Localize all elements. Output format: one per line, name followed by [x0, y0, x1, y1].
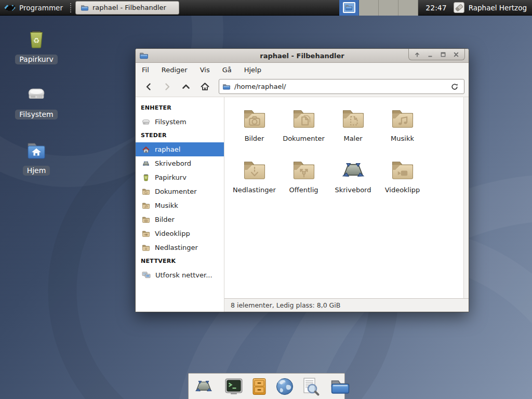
- menu-bar: Fil Rediger Vis Gå Hjelp: [136, 63, 469, 76]
- file-list: Bilder Dokumenter Maler Musikk: [224, 97, 469, 298]
- dock: [188, 373, 345, 399]
- minimize-button[interactable]: [425, 50, 435, 59]
- path-text[interactable]: /home/raphael/: [234, 83, 445, 90]
- file-skrivebord[interactable]: Skrivebord: [328, 157, 378, 208]
- folder-music-icon: [389, 105, 416, 132]
- sidebar-item-bilder[interactable]: Bilder: [136, 212, 224, 227]
- path-folder-icon: [222, 83, 231, 91]
- status-text: 8 ielementer, Ledig plass: 8,0 GiB: [231, 301, 340, 309]
- harddrive-icon: [142, 118, 150, 126]
- desktop-icon-label: Papirkurv: [15, 55, 58, 64]
- folder-documents-icon: [142, 188, 150, 196]
- sidebar-item-musikk[interactable]: Musikk: [136, 198, 224, 212]
- file-cabinet-icon: [249, 376, 270, 397]
- web-browser-icon: [274, 376, 295, 397]
- shade-button[interactable]: [412, 50, 422, 59]
- file-videoklipp[interactable]: Videoklipp: [378, 157, 427, 208]
- home-icon: [142, 145, 150, 154]
- menu-ga[interactable]: Gå: [222, 66, 232, 74]
- sidebar-item-papirkurv[interactable]: Papirkurv: [136, 170, 224, 184]
- sidebar-item-nedlastinger[interactable]: Nedlastinger: [136, 241, 224, 255]
- status-bar: 8 ielementer, Ledig plass: 8,0 GiB: [224, 298, 469, 312]
- file-manager-icon: [330, 376, 351, 397]
- file-offentlig[interactable]: Offentlig: [279, 157, 328, 208]
- clock[interactable]: 22:47: [425, 4, 446, 12]
- dock-file-cabinet-button[interactable]: [249, 376, 270, 397]
- sidebar-item-videoklipp[interactable]: Videoklipp: [136, 227, 224, 241]
- menu-fil[interactable]: Fil: [142, 66, 149, 74]
- desktop: Programmer raphael - Filbehandler 22:47 …: [0, 0, 532, 399]
- file-dokumenter[interactable]: Dokumenter: [279, 105, 328, 157]
- toolbar: /home/raphael/: [136, 76, 469, 97]
- folder-downloads-icon: [142, 244, 150, 252]
- home-button[interactable]: [196, 79, 214, 95]
- workspace-1[interactable]: [339, 0, 359, 16]
- desktop-icon-hjem[interactable]: Hjem: [11, 138, 61, 176]
- applications-menu[interactable]: Programmer: [0, 0, 68, 16]
- applications-menu-label: Programmer: [19, 4, 63, 12]
- kali-logo-icon: [4, 2, 16, 14]
- workspace-3[interactable]: [379, 0, 398, 16]
- close-button[interactable]: [451, 50, 461, 59]
- sidebar-item-skrivebord[interactable]: Skrivebord: [136, 156, 224, 170]
- folder-videos-icon: [389, 157, 416, 184]
- folder-documents-icon: [290, 105, 317, 132]
- file-bilder[interactable]: Bilder: [230, 105, 279, 157]
- dock-web-browser-button[interactable]: [274, 376, 295, 397]
- dock-search-button[interactable]: [300, 376, 321, 397]
- folder-public-icon: [290, 157, 317, 184]
- forward-button[interactable]: [158, 79, 176, 95]
- dock-show-desktop-button[interactable]: [193, 376, 214, 397]
- folder-images-icon: [142, 216, 150, 224]
- workspace-2[interactable]: [359, 0, 379, 16]
- sidebar-item-nettverk[interactable]: Utforsk nettver...: [136, 268, 224, 282]
- file-pane: Bilder Dokumenter Maler Musikk: [224, 97, 469, 312]
- desktop-icon-papirkurv[interactable]: Papirkurv: [11, 27, 61, 64]
- reload-button[interactable]: [448, 81, 461, 93]
- search-icon: [300, 376, 321, 397]
- folder-images-icon: [241, 105, 268, 132]
- file-musikk[interactable]: Musikk: [378, 105, 427, 157]
- sidebar-header-steder: STEDER: [136, 129, 224, 142]
- file-maler[interactable]: Maler: [328, 105, 378, 157]
- file-manager-window: raphael - Filbehandler Fil Rediger Vis: [135, 48, 469, 312]
- menu-rediger[interactable]: Rediger: [162, 66, 188, 74]
- workspace-4[interactable]: [398, 0, 418, 16]
- top-panel: Programmer raphael - Filbehandler 22:47 …: [0, 0, 532, 16]
- menu-vis[interactable]: Vis: [200, 66, 210, 74]
- window-content: ENHETER Filsystem STEDER raphael Skriveb…: [136, 97, 469, 312]
- dock-file-manager-button[interactable]: [330, 376, 351, 397]
- up-button[interactable]: [177, 79, 195, 95]
- maximize-button[interactable]: [438, 50, 448, 59]
- terminal-icon: [223, 376, 244, 397]
- folder-downloads-icon: [241, 157, 268, 184]
- trash-icon: [23, 27, 49, 52]
- dock-terminal-button[interactable]: [223, 376, 244, 397]
- back-button[interactable]: [140, 79, 157, 95]
- desktop-icon-filsystem[interactable]: Filsystem: [11, 82, 61, 119]
- taskbar-button-filbehandler[interactable]: raphael - Filbehandler: [75, 1, 179, 15]
- sidebar-item-dokumenter[interactable]: Dokumenter: [136, 184, 224, 198]
- desktop-icon: [142, 159, 150, 168]
- sidebar: ENHETER Filsystem STEDER raphael Skriveb…: [136, 97, 224, 312]
- file-nedlastinger[interactable]: Nedlastinger: [230, 157, 279, 208]
- titlebar[interactable]: raphael - Filbehandler: [136, 49, 469, 63]
- folder-icon: [81, 4, 89, 12]
- user-name: Raphael Hertzog: [469, 4, 527, 12]
- sidebar-item-filsystem[interactable]: Filsystem: [136, 115, 224, 129]
- user-menu[interactable]: Raphael Hertzog: [453, 2, 532, 14]
- folder-templates-icon: [340, 105, 367, 132]
- mini-window-icon: [343, 2, 355, 13]
- scrollbar[interactable]: [463, 97, 469, 298]
- sidebar-header-enheter: ENHETER: [136, 101, 224, 115]
- desktop-icon-label: Hjem: [23, 166, 50, 176]
- sidebar-item-raphael[interactable]: raphael: [136, 142, 224, 156]
- menu-hjelp[interactable]: Hjelp: [244, 66, 261, 74]
- path-bar[interactable]: /home/raphael/: [219, 79, 464, 94]
- folder-videos-icon: [142, 230, 150, 238]
- desktop-icon: [340, 157, 367, 184]
- harddrive-icon: [23, 82, 49, 107]
- show-desktop-icon: [193, 376, 214, 397]
- sidebar-header-nettverk: NETTVERK: [136, 255, 224, 268]
- folder-music-icon: [142, 202, 150, 210]
